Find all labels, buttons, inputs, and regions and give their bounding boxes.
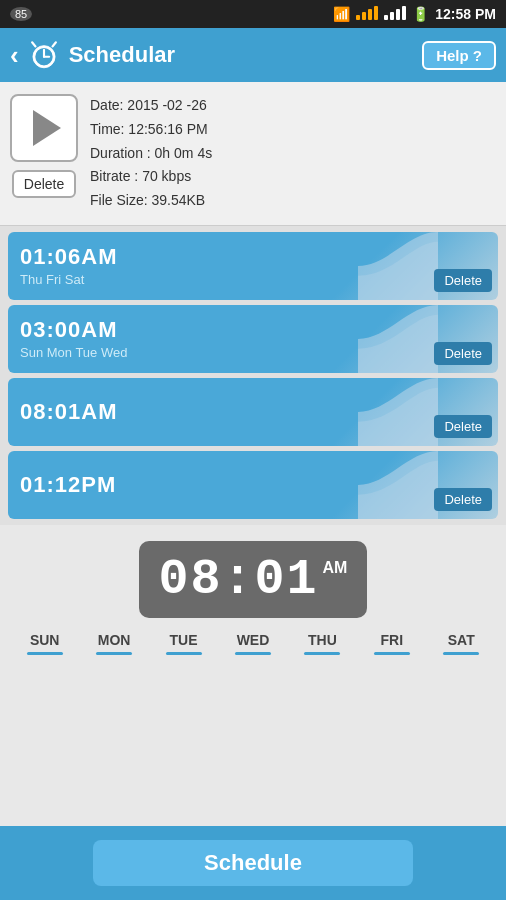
clock-ampm: AM	[323, 559, 348, 577]
day-underline	[304, 652, 340, 655]
toolbar-left: ‹ Schedular	[10, 38, 175, 72]
wave-decoration	[358, 305, 438, 373]
wave-decoration	[358, 232, 438, 300]
day-label: MON	[98, 632, 131, 648]
schedule-item[interactable]: 01:06AM Thu Fri Sat Delete	[8, 232, 498, 300]
wave-decoration	[358, 378, 438, 446]
delete-schedule-button[interactable]: Delete	[434, 415, 492, 438]
day-underline	[96, 652, 132, 655]
play-icon	[33, 110, 61, 146]
schedule-item[interactable]: 03:00AM Sun Mon Tue Wed Delete	[8, 305, 498, 373]
recording-details: Date: 2015 -02 -26 Time: 12:56:16 PM Dur…	[90, 94, 212, 213]
day-item-wed[interactable]: WED	[235, 632, 271, 655]
recording-duration: Duration : 0h 0m 4s	[90, 142, 212, 166]
status-time: 12:58 PM	[435, 6, 496, 22]
notification-count: 85	[10, 7, 32, 21]
recording-time: Time: 12:56:16 PM	[90, 118, 212, 142]
day-item-sun[interactable]: SUN	[27, 632, 63, 655]
play-area: Delete	[10, 94, 78, 198]
delete-schedule-button[interactable]: Delete	[434, 342, 492, 365]
day-item-mon[interactable]: MON	[96, 632, 132, 655]
toolbar: ‹ Schedular Help ?	[0, 28, 506, 82]
day-label: SAT	[448, 632, 475, 648]
wifi-icon: 📶	[333, 6, 350, 22]
back-button[interactable]: ‹	[10, 40, 19, 71]
day-item-thu[interactable]: THU	[304, 632, 340, 655]
status-bar: 85 📶 🔋 12:58 PM	[0, 0, 506, 28]
clock-display: 08:01 AM	[139, 541, 368, 618]
day-selector: SUN MON TUE WED THU FRI SAT	[0, 632, 506, 665]
signal-icon-2	[384, 6, 406, 23]
toolbar-title: Schedular	[69, 42, 175, 68]
schedule-footer: Schedule	[0, 826, 506, 900]
clock-time: 08:01	[159, 551, 319, 608]
signal-icon-1	[356, 6, 378, 23]
day-label: FRI	[381, 632, 404, 648]
info-panel: Delete Date: 2015 -02 -26 Time: 12:56:16…	[0, 82, 506, 226]
day-underline	[443, 652, 479, 655]
schedule-item[interactable]: 01:12PM Delete	[8, 451, 498, 519]
day-underline	[27, 652, 63, 655]
delete-schedule-button[interactable]: Delete	[434, 488, 492, 511]
day-item-fri[interactable]: FRI	[374, 632, 410, 655]
day-label: SUN	[30, 632, 60, 648]
play-button[interactable]	[10, 94, 78, 162]
day-item-tue[interactable]: TUE	[166, 632, 202, 655]
schedule-button[interactable]: Schedule	[93, 840, 413, 886]
schedule-item[interactable]: 08:01AM Delete	[8, 378, 498, 446]
recording-bitrate: Bitrate : 70 kbps	[90, 165, 212, 189]
day-label: THU	[308, 632, 337, 648]
day-item-sat[interactable]: SAT	[443, 632, 479, 655]
delete-recording-button[interactable]: Delete	[12, 170, 76, 198]
bottom-section: 08:01 AM SUN MON TUE WED THU FRI SAT	[0, 525, 506, 665]
help-button[interactable]: Help ?	[422, 41, 496, 70]
alarm-clock-icon	[27, 38, 61, 72]
battery-icon: 🔋	[412, 6, 429, 22]
schedule-list: 01:06AM Thu Fri Sat Delete 03:00AM Sun M…	[0, 226, 506, 525]
delete-schedule-button[interactable]: Delete	[434, 269, 492, 292]
day-label: TUE	[170, 632, 198, 648]
day-underline	[235, 652, 271, 655]
status-right: 📶 🔋 12:58 PM	[333, 6, 496, 23]
recording-filesize: File Size: 39.54KB	[90, 189, 212, 213]
day-label: WED	[237, 632, 270, 648]
status-left: 85	[10, 7, 32, 21]
wave-decoration	[358, 451, 438, 519]
day-underline	[166, 652, 202, 655]
recording-date: Date: 2015 -02 -26	[90, 94, 212, 118]
day-underline	[374, 652, 410, 655]
